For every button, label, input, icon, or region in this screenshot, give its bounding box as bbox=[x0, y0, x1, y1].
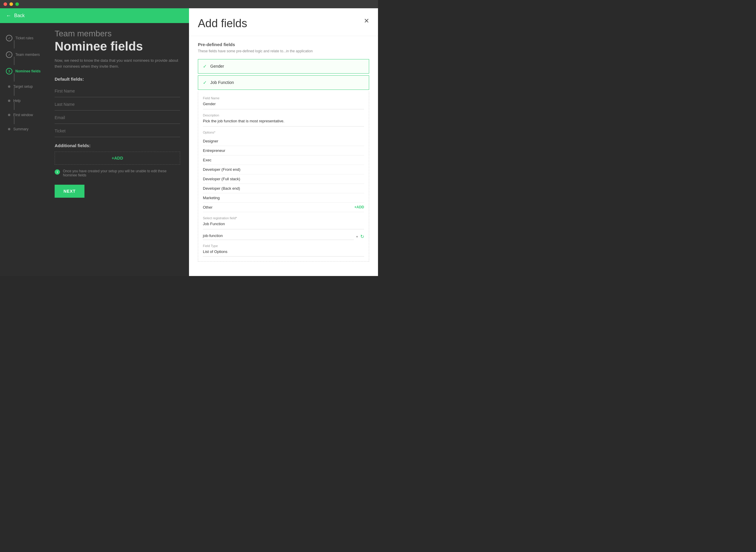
nominee-fields-title: Nominee fields bbox=[55, 40, 180, 53]
field-type-label: Field Type bbox=[203, 244, 364, 248]
add-fields-title: Add fields bbox=[198, 17, 247, 30]
step-dot-target-setup bbox=[8, 86, 10, 88]
predefined-desc: These fields have some pre-defined logic… bbox=[198, 49, 369, 54]
step-dot-summary bbox=[8, 128, 10, 130]
sidebar-item-help[interactable]: Help bbox=[6, 96, 46, 106]
sidebar-label-nominee-fields: Nominee fields bbox=[15, 69, 40, 73]
gender-field-option[interactable]: ✓ Gender bbox=[198, 59, 369, 74]
gender-option-label: Gender bbox=[210, 64, 224, 68]
option-developer-full: Developer (Full stack) bbox=[203, 174, 364, 184]
option-exec: Exec bbox=[203, 155, 364, 165]
field-name-value: Gender bbox=[203, 102, 364, 109]
sidebar-item-first-window[interactable]: First window bbox=[6, 110, 46, 120]
team-members-title: Team members bbox=[55, 29, 180, 38]
field-type-value: List of Options bbox=[203, 249, 364, 257]
step-check-ticket-rules: ✓ bbox=[6, 35, 12, 41]
ticket-field[interactable] bbox=[55, 125, 180, 137]
step-line-5 bbox=[14, 102, 14, 110]
refresh-icon[interactable]: ↻ bbox=[360, 234, 364, 239]
description-value: Pick the job function that is most repre… bbox=[203, 119, 364, 127]
job-function-field-option[interactable]: ✓ Job Function bbox=[198, 76, 369, 90]
step-line-6 bbox=[14, 116, 14, 124]
option-marketing: Marketing bbox=[203, 193, 364, 203]
job-function-option-label: Job Function bbox=[210, 80, 234, 85]
select-row: job-function ▾ ↻ bbox=[203, 234, 364, 240]
traffic-light-green[interactable] bbox=[15, 2, 19, 6]
step-line-2 bbox=[14, 57, 14, 65]
field-name-label: Field Name bbox=[203, 96, 364, 100]
job-function-check-icon: ✓ bbox=[203, 80, 207, 86]
add-field-button[interactable]: +ADD bbox=[112, 156, 123, 160]
step-line-1 bbox=[14, 40, 14, 48]
next-button[interactable]: NEXT bbox=[55, 185, 84, 198]
step-active-nominee-fields: 3 bbox=[6, 68, 12, 75]
main-content: Team members Nominee fields Now, we need… bbox=[46, 23, 189, 276]
step-line-4 bbox=[14, 88, 14, 96]
default-fields-label: Default fields: bbox=[55, 77, 180, 82]
select-reg-field-label: Select registration field* bbox=[203, 216, 364, 220]
add-field-container[interactable]: +ADD bbox=[55, 152, 180, 165]
option-entrepreneur: Entrepreneur bbox=[203, 146, 364, 155]
sidebar-label-first-window: First window bbox=[13, 113, 33, 117]
field-details-panel: Field Name Gender Description Pick the j… bbox=[198, 92, 369, 262]
gender-check-icon: ✓ bbox=[203, 63, 207, 69]
right-panel: Add fields ✕ Pre-defined fields These fi… bbox=[189, 8, 378, 276]
first-name-field[interactable] bbox=[55, 85, 180, 97]
sidebar-label-team-members: Team members bbox=[15, 52, 40, 57]
sidebar-item-target-setup[interactable]: Target setup bbox=[6, 82, 46, 92]
last-name-field[interactable] bbox=[55, 98, 180, 111]
info-text: Once you have created your setup you wil… bbox=[63, 169, 180, 177]
left-panel: ← Back ✓ Ticket rules ✓ Team members 3 bbox=[0, 8, 189, 276]
option-add-button[interactable]: +ADD bbox=[354, 205, 364, 209]
option-designer: Designer bbox=[203, 137, 364, 146]
info-note: i Once you have created your setup you w… bbox=[55, 169, 180, 177]
sidebar-item-summary[interactable]: Summary bbox=[6, 124, 46, 134]
header-bar: ← Back bbox=[0, 8, 189, 23]
back-arrow-icon[interactable]: ← bbox=[6, 13, 11, 19]
close-button[interactable]: ✕ bbox=[364, 17, 369, 25]
title-bar bbox=[0, 0, 378, 8]
sidebar-item-nominee-fields[interactable]: 3 Nominee fields bbox=[6, 65, 46, 78]
step-check-team-members: ✓ bbox=[6, 51, 12, 58]
option-other-label: Other bbox=[203, 205, 213, 210]
left-content: ✓ Ticket rules ✓ Team members 3 Nominee … bbox=[0, 23, 189, 276]
option-developer-front: Developer (Front end) bbox=[203, 165, 364, 174]
select-reg-field-title: Job Function bbox=[203, 222, 364, 229]
sidebar: ✓ Ticket rules ✓ Team members 3 Nominee … bbox=[0, 23, 46, 276]
additional-fields-label: Additional fields: bbox=[55, 143, 180, 148]
sidebar-item-team-members[interactable]: ✓ Team members bbox=[6, 48, 46, 61]
sidebar-label-summary: Summary bbox=[13, 127, 28, 131]
sidebar-item-ticket-rules[interactable]: ✓ Ticket rules bbox=[6, 32, 46, 44]
right-content: Pre-defined fields These fields have som… bbox=[189, 36, 378, 276]
app-container: ← Back ✓ Ticket rules ✓ Team members 3 bbox=[0, 8, 378, 276]
info-icon: i bbox=[55, 169, 60, 175]
step-dot-first-window bbox=[8, 114, 10, 116]
predefined-label: Pre-defined fields bbox=[198, 42, 369, 47]
nominee-description: Now, we need to know the data that you w… bbox=[55, 57, 180, 69]
back-label[interactable]: Back bbox=[14, 13, 25, 18]
traffic-light-yellow[interactable] bbox=[9, 2, 13, 6]
chevron-down-icon: ▾ bbox=[356, 235, 358, 239]
select-value[interactable]: job-function bbox=[203, 234, 354, 240]
traffic-light-red[interactable] bbox=[4, 2, 7, 6]
options-label: Options* bbox=[203, 131, 364, 134]
right-header: Add fields ✕ bbox=[189, 8, 378, 36]
description-label: Description bbox=[203, 114, 364, 117]
option-other: Other +ADD bbox=[203, 203, 364, 212]
sidebar-label-target-setup: Target setup bbox=[13, 85, 33, 89]
step-dot-help bbox=[8, 100, 10, 102]
step-line-3 bbox=[14, 73, 14, 82]
email-field[interactable] bbox=[55, 112, 180, 124]
option-developer-back: Developer (Back end) bbox=[203, 184, 364, 193]
additional-fields-section: Additional fields: +ADD bbox=[55, 143, 180, 165]
sidebar-label-ticket-rules: Ticket rules bbox=[15, 36, 33, 40]
